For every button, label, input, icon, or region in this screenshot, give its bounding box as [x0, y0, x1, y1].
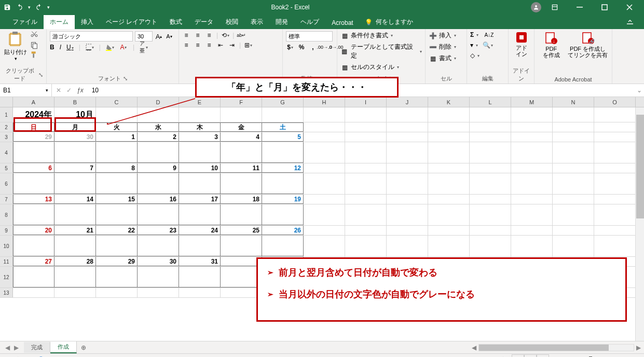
- row-header[interactable]: 1: [0, 107, 13, 122]
- cell[interactable]: [304, 226, 345, 235]
- cell[interactable]: 10: [179, 163, 221, 173]
- cell[interactable]: 1: [96, 132, 138, 142]
- comma-format-icon[interactable]: ,: [309, 43, 317, 51]
- cell[interactable]: 7: [54, 163, 96, 173]
- cell[interactable]: [553, 195, 594, 204]
- cell[interactable]: [511, 173, 553, 194]
- cell[interactable]: [179, 236, 221, 256]
- cell[interactable]: [511, 163, 553, 173]
- cell[interactable]: 29: [13, 132, 54, 142]
- cell[interactable]: [428, 122, 470, 132]
- cell[interactable]: 金: [221, 122, 262, 132]
- cell[interactable]: 月: [54, 122, 96, 132]
- cell[interactable]: 14: [54, 195, 96, 204]
- cell[interactable]: [387, 163, 428, 173]
- column-header[interactable]: L: [470, 97, 511, 107]
- cell[interactable]: [511, 236, 553, 256]
- cell[interactable]: [594, 226, 636, 235]
- view-normal-button[interactable]: ▦: [512, 354, 524, 357]
- column-header[interactable]: N: [553, 97, 594, 107]
- cell[interactable]: [96, 236, 138, 256]
- row-header[interactable]: 7: [0, 195, 13, 204]
- cell[interactable]: 12: [262, 163, 304, 173]
- cell[interactable]: [54, 173, 96, 194]
- cell[interactable]: 5: [262, 132, 304, 142]
- cell[interactable]: [594, 163, 636, 173]
- cell[interactable]: [13, 142, 54, 163]
- cell[interactable]: [387, 142, 428, 163]
- cell[interactable]: [594, 132, 636, 142]
- orientation-icon[interactable]: ⟲▾: [221, 31, 229, 39]
- sheet-tab-2[interactable]: 作成: [50, 341, 77, 353]
- cell[interactable]: [428, 173, 470, 194]
- minimize-button[interactable]: [568, 0, 591, 15]
- select-all-corner[interactable]: [0, 97, 13, 107]
- row-header[interactable]: 8: [0, 204, 13, 225]
- tab-nav-next-icon[interactable]: ▶: [14, 344, 19, 351]
- cell[interactable]: [553, 142, 594, 163]
- cell[interactable]: [304, 122, 345, 132]
- cell[interactable]: 19: [262, 195, 304, 204]
- cell[interactable]: [387, 204, 428, 225]
- cell[interactable]: [138, 288, 179, 297]
- cell[interactable]: [428, 204, 470, 225]
- cell[interactable]: [511, 132, 553, 142]
- row-header[interactable]: 5: [0, 163, 13, 173]
- cell[interactable]: [262, 173, 304, 194]
- align-top-icon[interactable]: ≡: [182, 31, 190, 39]
- align-right-icon[interactable]: ≡: [205, 41, 213, 49]
- cell[interactable]: [54, 142, 96, 163]
- cell[interactable]: 13: [13, 195, 54, 204]
- cell[interactable]: [387, 236, 428, 256]
- cell[interactable]: [428, 195, 470, 204]
- cut-icon[interactable]: [30, 31, 38, 39]
- fill-button[interactable]: ▾▾ 🔍▾: [470, 41, 492, 49]
- increase-decimal-icon[interactable]: .00→.0: [320, 43, 328, 51]
- horizontal-scrollbar[interactable]: ◀▶: [90, 344, 644, 351]
- cell[interactable]: 29: [96, 257, 138, 266]
- percent-format-icon[interactable]: %: [297, 43, 306, 51]
- cell[interactable]: [96, 288, 138, 297]
- tab-help[interactable]: ヘルプ: [294, 15, 325, 29]
- cell[interactable]: [553, 107, 594, 122]
- cell[interactable]: [428, 142, 470, 163]
- cell[interactable]: [179, 204, 221, 225]
- accounting-format-icon[interactable]: $▾: [286, 43, 294, 51]
- cell[interactable]: [594, 173, 636, 194]
- format-cells-button[interactable]: ▦書式▾: [429, 54, 456, 63]
- row-header[interactable]: 9: [0, 226, 13, 235]
- cell[interactable]: [13, 173, 54, 194]
- column-header[interactable]: M: [511, 97, 553, 107]
- cell[interactable]: [262, 142, 304, 163]
- cell-styles-button[interactable]: ▦セルのスタイル▾: [340, 63, 399, 72]
- cell[interactable]: 21: [54, 226, 96, 235]
- phonetic-button[interactable]: ア亜▾: [140, 43, 148, 51]
- cell[interactable]: [553, 132, 594, 142]
- cell[interactable]: 22: [96, 226, 138, 235]
- cell[interactable]: [221, 107, 262, 122]
- cell[interactable]: [345, 163, 387, 173]
- cell[interactable]: 18: [221, 195, 262, 204]
- align-left-icon[interactable]: ≡: [182, 41, 190, 49]
- cell[interactable]: [96, 142, 138, 163]
- cell[interactable]: [428, 236, 470, 256]
- cell[interactable]: [345, 236, 387, 256]
- cell[interactable]: [594, 122, 636, 132]
- cell[interactable]: [387, 195, 428, 204]
- tab-developer[interactable]: 開発: [269, 15, 294, 29]
- view-page-layout-button[interactable]: ▤: [524, 354, 537, 357]
- cell[interactable]: [470, 195, 511, 204]
- merge-icon[interactable]: ⊞▾: [244, 41, 252, 49]
- cell[interactable]: 土: [262, 122, 304, 132]
- cell[interactable]: [553, 163, 594, 173]
- cell[interactable]: 23: [138, 226, 179, 235]
- cell[interactable]: [345, 142, 387, 163]
- cell[interactable]: 30: [138, 257, 179, 266]
- cell[interactable]: [428, 163, 470, 173]
- cell[interactable]: [553, 122, 594, 132]
- cell[interactable]: [138, 173, 179, 194]
- row-header[interactable]: 2: [0, 122, 13, 132]
- cell[interactable]: [221, 288, 262, 297]
- cell[interactable]: [221, 257, 262, 266]
- cell[interactable]: 20: [13, 226, 54, 235]
